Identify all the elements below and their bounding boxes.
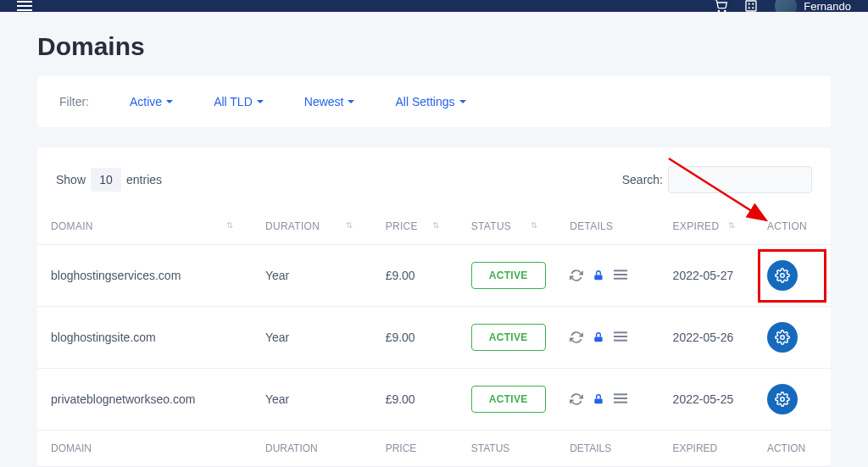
svg-rect-20: [614, 393, 627, 395]
sort-icon: ⇅: [728, 220, 735, 230]
svg-rect-11: [614, 274, 627, 275]
svg-rect-19: [595, 398, 603, 403]
cell-details: [556, 369, 659, 431]
svg-point-0: [719, 10, 720, 11]
cell-action: [754, 369, 831, 431]
cell-duration: Year: [252, 245, 372, 307]
filter-settings-dropdown[interactable]: All Settings: [395, 95, 465, 108]
menu-hamburger-icon[interactable]: [17, 1, 32, 11]
cell-expired: 2022-05-27: [659, 245, 754, 307]
col-action[interactable]: ACTION: [754, 208, 831, 245]
svg-rect-2: [746, 1, 756, 11]
col-details[interactable]: DETAILS: [556, 208, 659, 245]
svg-rect-5: [748, 7, 750, 8]
refresh-icon[interactable]: [570, 269, 583, 282]
chevron-down-icon: [348, 100, 354, 103]
cell-details: [556, 307, 659, 369]
svg-rect-15: [614, 331, 627, 333]
col-domain[interactable]: DOMAIN⇅: [37, 208, 252, 245]
filter-label: Filter:: [59, 95, 89, 108]
foot-details: DETAILS: [556, 431, 659, 467]
cell-details: [556, 245, 659, 307]
foot-expired: EXPIRED: [659, 431, 754, 467]
status-badge: ACTIVE: [471, 324, 546, 351]
cell-domain: bloghostingsite.com: [37, 307, 252, 369]
filter-sort-dropdown[interactable]: Newest: [304, 95, 355, 108]
entries-count-input[interactable]: [91, 168, 121, 192]
cart-icon[interactable]: [714, 0, 727, 12]
lock-icon[interactable]: [592, 269, 605, 282]
filter-status-dropdown[interactable]: Active: [130, 95, 173, 108]
show-suffix: entries: [126, 173, 162, 186]
cell-domain: bloghostingservices.com: [37, 245, 252, 307]
domains-table-card: Show entries Search: DOMAIN⇅ DURATION⇅ P…: [37, 147, 831, 467]
search-input[interactable]: [668, 166, 812, 193]
building-icon[interactable]: [744, 0, 758, 12]
cell-price: £9.00: [372, 307, 458, 369]
chevron-down-icon: [257, 100, 264, 103]
avatar: [775, 0, 797, 12]
table-row: bloghostingservices.com Year £9.00 ACTIV…: [37, 245, 831, 307]
svg-rect-3: [748, 3, 750, 5]
lock-icon[interactable]: [592, 331, 605, 344]
show-prefix: Show: [56, 173, 86, 186]
svg-rect-10: [614, 270, 627, 271]
svg-rect-16: [614, 336, 627, 337]
filter-bar: Filter: Active All TLD Newest All Settin…: [37, 76, 831, 127]
settings-action-button[interactable]: [767, 384, 798, 414]
refresh-icon[interactable]: [570, 392, 583, 406]
cell-price: £9.00: [372, 245, 458, 307]
cell-status: ACTIVE: [458, 307, 556, 369]
status-badge: ACTIVE: [471, 386, 546, 413]
foot-duration: DURATION: [252, 431, 372, 467]
cell-duration: Year: [252, 369, 372, 431]
col-expired[interactable]: EXPIRED⇅: [659, 208, 754, 245]
cell-action: [754, 245, 831, 307]
lock-icon[interactable]: [592, 392, 605, 406]
chevron-down-icon: [166, 100, 173, 103]
svg-rect-12: [614, 278, 627, 280]
status-badge: ACTIVE: [471, 262, 546, 289]
svg-rect-9: [595, 275, 603, 280]
cell-duration: Year: [252, 307, 372, 369]
foot-action: ACTION: [754, 431, 831, 467]
foot-domain: DOMAIN: [37, 431, 252, 467]
domains-table: DOMAIN⇅ DURATION⇅ PRICE⇅ STATUS⇅ DETAILS…: [37, 208, 831, 467]
refresh-icon[interactable]: [570, 331, 583, 344]
settings-action-button[interactable]: [767, 322, 798, 353]
settings-action-button[interactable]: [767, 260, 798, 291]
cell-expired: 2022-05-26: [659, 307, 754, 369]
sort-icon: ⇅: [346, 220, 353, 230]
search-label: Search:: [622, 173, 663, 186]
svg-rect-14: [595, 336, 603, 342]
svg-point-23: [781, 398, 785, 402]
col-duration[interactable]: DURATION⇅: [252, 208, 372, 245]
svg-rect-4: [753, 3, 754, 5]
table-row: bloghostingsite.com Year £9.00 ACTIVE 20…: [37, 307, 831, 369]
svg-rect-22: [614, 402, 627, 403]
list-icon[interactable]: [614, 331, 627, 344]
chevron-down-icon: [459, 100, 466, 103]
cell-action: [754, 307, 831, 369]
list-icon[interactable]: [614, 392, 627, 406]
col-status[interactable]: STATUS⇅: [458, 208, 556, 245]
user-name: Fernando: [804, 0, 851, 12]
cell-status: ACTIVE: [458, 369, 556, 431]
entries-length-control: Show entries: [56, 168, 162, 192]
svg-rect-21: [614, 398, 627, 399]
top-navigation-bar: Fernando: [0, 0, 868, 12]
svg-rect-6: [753, 7, 754, 8]
list-icon[interactable]: [614, 269, 627, 282]
cell-expired: 2022-05-25: [659, 369, 754, 431]
cell-domain: privateblognetworkseo.com: [37, 369, 252, 431]
svg-point-1: [725, 10, 726, 11]
filter-tld-dropdown[interactable]: All TLD: [214, 95, 264, 108]
sort-icon: ⇅: [531, 220, 537, 230]
svg-point-13: [781, 274, 785, 278]
sort-icon: ⇅: [432, 220, 439, 230]
sort-icon: ⇅: [226, 220, 233, 230]
user-menu[interactable]: Fernando: [775, 0, 851, 12]
col-price[interactable]: PRICE⇅: [372, 208, 458, 245]
page-title: Domains: [0, 12, 868, 76]
cell-price: £9.00: [372, 369, 458, 431]
